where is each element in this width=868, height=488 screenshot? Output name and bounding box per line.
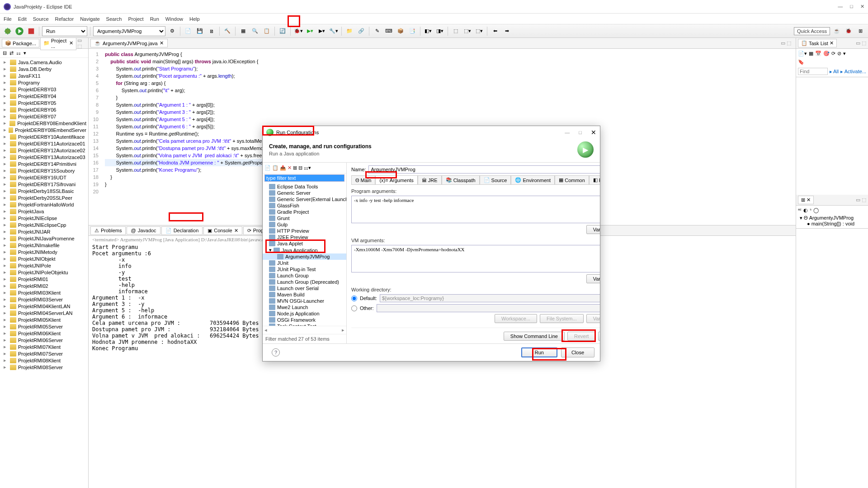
tab-main[interactable]: Θ Main [351,175,375,184]
tb-generic-6[interactable]: ✎ [372,26,382,36]
tab-console[interactable]: ▣ Console ✕ [203,226,242,235]
tab-environment[interactable]: 🌐 Environment [511,175,555,184]
tree-item[interactable]: ▸JavaFX11 [0,72,88,79]
menu-window[interactable]: Window [165,16,183,22]
close-window-button[interactable]: ✕ [860,4,864,9]
config-tree-item[interactable]: J2EE Preview [263,234,346,240]
config-filter-input[interactable] [264,174,344,182]
menu-edit[interactable]: Edit [18,16,27,22]
task-new-icon[interactable]: 📄▾ [798,51,807,56]
revert-button[interactable]: Revert [567,332,595,341]
tree-item[interactable]: ▸ProjektDERBY11Autorizace01 [0,140,88,147]
tab-task-list[interactable]: 📋 Task List ✕ [798,39,837,47]
config-tree-item[interactable]: HTTP Preview [263,228,346,234]
menu-refactor[interactable]: Refactor [55,16,74,22]
outline-hide-nonpublic-icon[interactable]: ◯ [813,207,819,213]
tab-project-explorer[interactable]: 📁 Project ... ✕ [40,37,76,50]
run-mode-select[interactable]: Run [42,26,87,36]
wd-default-radio[interactable] [351,296,357,301]
tree-item[interactable]: ▸ProjektRMI08Klient [0,357,88,364]
config-tree-item[interactable]: OSGi Framework [263,317,346,323]
coverage-icon[interactable]: ▶▾ [317,26,327,36]
collapse-config-icon[interactable]: ⊟ [298,165,302,171]
tb-generic-13[interactable]: ⬚▾ [462,26,472,36]
filter-config-icon[interactable]: ⚏▾ [304,165,311,171]
stop-icon[interactable] [26,26,36,36]
tree-item[interactable]: ▸ProjektJava [0,208,88,215]
config-tree-item[interactable]: Mwe2 Launch [263,304,346,310]
tab-problems[interactable]: ⚠ Problems [90,226,126,235]
config-tree-item[interactable]: Gulp [263,221,346,228]
config-tree-item[interactable]: Node.js Application [263,310,346,317]
config-tree-item[interactable]: Launch Group (Deprecated) [263,279,346,285]
task-focus-icon[interactable]: 🎯 [823,51,830,56]
tb-generic-11[interactable]: ◨▾ [435,26,445,36]
tree-item[interactable]: ▸ProjektDerby18SSLBasic [0,188,88,194]
tree-item[interactable]: ▸ProjektJNIEclipseCpp [0,221,88,228]
new-icon[interactable]: 📄 [183,26,193,36]
menu-navigate[interactable]: Navigate [80,16,99,22]
apply-button[interactable]: Apply [598,332,600,341]
wd-variables-button[interactable]: Variables... [586,314,600,323]
show-cmd-button[interactable]: Show Command Line [504,332,565,341]
tree-item[interactable]: ▸ProjektJNIEclipse [0,215,88,221]
tree-item[interactable]: ▸ProjektDERBY05 [0,99,88,106]
menu-source[interactable]: Source [33,16,49,22]
tree-item[interactable]: ▸ProjektDERBY10Autentifikace [0,133,88,140]
outline-hide-field-icon[interactable]: ◐ [803,207,808,213]
task-find-input[interactable] [798,68,828,75]
build-icon[interactable]: 🔨 [222,26,232,36]
tb-generic-10[interactable]: ◧▾ [423,26,433,36]
tree-item[interactable]: ▸ProjektRMI03Klient [0,289,88,296]
tree-item[interactable]: ▸ProjektRMI02 [0,282,88,289]
tree-item[interactable]: ▸ProjektDERBY13Autorizace03 [0,154,88,160]
ext-tools-icon[interactable]: 🔧▾ [329,26,339,36]
tab-arguments[interactable]: (x)= Arguments [375,175,417,184]
wd-other-radio[interactable] [351,305,357,311]
tab-jre[interactable]: 🏛 JRE [418,175,442,184]
config-tree-item[interactable]: Grunt [263,215,346,221]
tree-item[interactable]: ▸ProjektRMI04ServerLAN [0,310,88,316]
tree-item[interactable]: ▸ProjektJNIPoleObjektu [0,269,88,276]
export-config-icon[interactable]: 📤 [280,165,286,171]
editor-tab[interactable]: ☕ ArgumentyJVMProg.java ✕ [90,39,168,47]
tree-item[interactable]: ▸ProjektJNIJavaPromenne [0,235,88,242]
delete-config-icon[interactable]: ✕ [288,165,292,171]
tree-item[interactable]: ▸ProjektDERBY04 [0,93,88,99]
tree-item[interactable]: ▸ProjektRMI05Klient [0,316,88,323]
run-icon[interactable] [14,26,24,36]
tree-item[interactable]: ▸Java.DB.Derby [0,66,88,72]
menu-search[interactable]: Search [106,16,122,22]
tb-generic-3[interactable]: 📋 [262,26,272,36]
tb-generic-12[interactable]: ⬚ [451,26,461,36]
tree-item[interactable]: ▸ProjektDERBY06 [0,106,88,113]
config-tree-item[interactable]: Generic Server(External Launch) [263,196,346,202]
save-icon[interactable]: 💾 [195,26,205,36]
outline-sort-icon[interactable]: ᵃᶻ [798,207,802,213]
vm-arguments-input[interactable] [351,245,600,272]
tb-generic-1[interactable]: ▦ [238,26,248,36]
run-dropdown-icon[interactable]: ▶▾ [305,26,315,36]
menu-help[interactable]: Help [189,16,200,22]
persp-other-icon[interactable]: ⊞ [855,26,865,36]
tree-item[interactable]: ▸ProjektDerby20SSLPeer [0,194,88,201]
debug-icon[interactable] [3,26,13,36]
tree-item[interactable]: ▸ProjektJNIPole [0,262,88,269]
tree-item[interactable]: ▸ProjektRMI07Klient [0,343,88,350]
quick-access[interactable]: Quick Access [794,27,830,35]
tab-classpath[interactable]: 📚 Classpath [442,175,480,184]
tb-generic-7[interactable]: ⌨ [384,26,394,36]
config-tree-item[interactable]: Gradle Project [263,209,346,215]
run-button[interactable]: Run [521,347,557,357]
task-hide-icon[interactable]: ⊘ [837,51,841,56]
outline-hide-static-icon[interactable]: ˢ [810,207,811,213]
launch-config-select[interactable]: ArgumentyJVMProg [93,26,165,36]
tb-generic-4[interactable]: 📁 [344,26,354,36]
prog-variables-button[interactable]: Variables... [586,225,600,234]
tab-package-explorer[interactable]: 📦 Package... [2,39,39,47]
task-sync-icon[interactable]: ⟳ [831,51,835,56]
tree-item[interactable]: ▸ProjektDERBY03 [0,86,88,93]
menu-file[interactable]: File [4,16,12,22]
config-name-input[interactable] [368,165,600,174]
tree-item[interactable]: ▸ProjektDERBY08EmbendKlient [0,120,88,127]
